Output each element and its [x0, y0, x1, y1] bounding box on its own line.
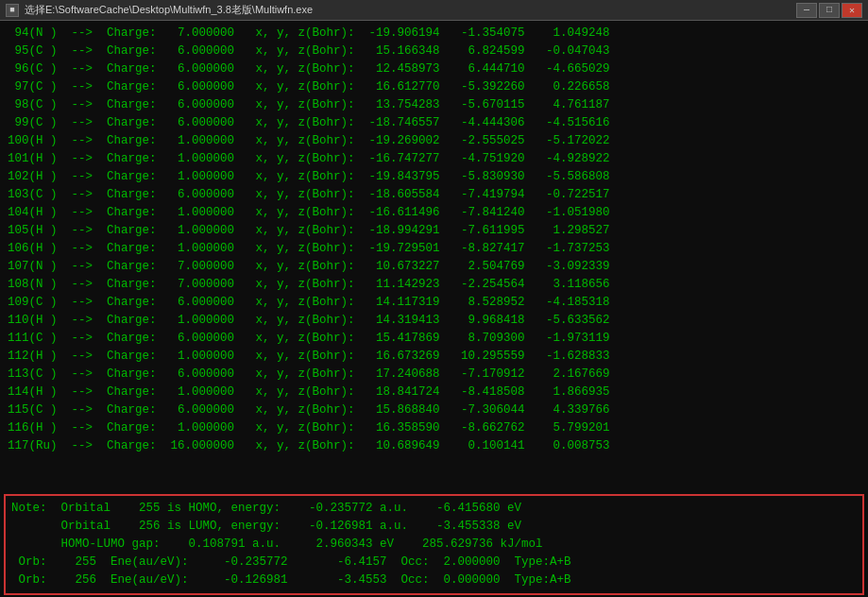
data-line: 103(C ) --> Charge: 6.000000 x, y, z(Boh… [8, 186, 860, 204]
data-lines: 94(N ) --> Charge: 7.000000 x, y, z(Bohr… [8, 25, 860, 455]
data-line: 115(C ) --> Charge: 6.000000 x, y, z(Boh… [8, 401, 860, 419]
summary-line: Orb: 256 Ene(au/eV): -0.126981 -3.4553 O… [11, 571, 857, 589]
data-line: 98(C ) --> Charge: 6.000000 x, y, z(Bohr… [8, 96, 860, 114]
data-line: 114(H ) --> Charge: 1.000000 x, y, z(Boh… [8, 384, 860, 401]
title-bar-text: 选择E:\SoftwareCache\Desktop\Multiwfn_3.8老… [25, 3, 313, 17]
data-line: 102(H ) --> Charge: 1.000000 x, y, z(Boh… [8, 168, 860, 186]
minimize-button[interactable]: — [796, 3, 817, 18]
title-bar-controls: — □ ✕ [796, 3, 862, 18]
data-line: 108(N ) --> Charge: 7.000000 x, y, z(Boh… [8, 276, 860, 294]
title-bar-left: ■ 选择E:\SoftwareCache\Desktop\Multiwfn_3.… [6, 3, 313, 17]
data-line: 97(C ) --> Charge: 6.000000 x, y, z(Bohr… [8, 78, 860, 96]
data-line: 117(Ru) --> Charge: 16.000000 x, y, z(Bo… [8, 437, 860, 455]
title-bar: ■ 选择E:\SoftwareCache\Desktop\Multiwfn_3.… [0, 0, 868, 21]
data-line: 107(N ) --> Charge: 7.000000 x, y, z(Boh… [8, 258, 860, 276]
data-line: 100(H ) --> Charge: 1.000000 x, y, z(Boh… [8, 132, 860, 150]
app-icon: ■ [6, 4, 19, 17]
data-line: 101(H ) --> Charge: 1.000000 x, y, z(Boh… [8, 150, 860, 168]
summary-line: Orbital 256 is LUMO, energy: -0.126981 a… [11, 518, 857, 536]
data-line: 116(H ) --> Charge: 1.000000 x, y, z(Boh… [8, 419, 860, 437]
data-line: 104(H ) --> Charge: 1.000000 x, y, z(Boh… [8, 204, 860, 222]
data-line: 96(C ) --> Charge: 6.000000 x, y, z(Bohr… [8, 60, 860, 78]
data-line: 105(H ) --> Charge: 1.000000 x, y, z(Boh… [8, 222, 860, 240]
data-line: 94(N ) --> Charge: 7.000000 x, y, z(Bohr… [8, 25, 860, 43]
summary-line: Note: Orbital 255 is HOMO, energy: -0.23… [11, 500, 857, 518]
data-line: 95(C ) --> Charge: 6.000000 x, y, z(Bohr… [8, 43, 860, 60]
data-line: 111(C ) --> Charge: 6.000000 x, y, z(Boh… [8, 330, 860, 348]
data-line: 113(C ) --> Charge: 6.000000 x, y, z(Boh… [8, 366, 860, 384]
data-line: 109(C ) --> Charge: 6.000000 x, y, z(Boh… [8, 294, 860, 312]
data-line: 99(C ) --> Charge: 6.000000 x, y, z(Bohr… [8, 114, 860, 132]
summary-box: Note: Orbital 255 is HOMO, energy: -0.23… [4, 494, 864, 595]
summary-line: HOMO-LUMO gap: 0.108791 a.u. 2.960343 eV… [11, 536, 857, 554]
data-line: 110(H ) --> Charge: 1.000000 x, y, z(Boh… [8, 312, 860, 330]
summary-line: Orb: 255 Ene(au/eV): -0.235772 -6.4157 O… [11, 554, 857, 571]
data-line: 112(H ) --> Charge: 1.000000 x, y, z(Boh… [8, 348, 860, 366]
data-line: 106(H ) --> Charge: 1.000000 x, y, z(Boh… [8, 240, 860, 258]
maximize-button[interactable]: □ [819, 3, 840, 18]
close-button[interactable]: ✕ [842, 3, 862, 18]
terminal-content: 94(N ) --> Charge: 7.000000 x, y, z(Bohr… [0, 21, 868, 597]
